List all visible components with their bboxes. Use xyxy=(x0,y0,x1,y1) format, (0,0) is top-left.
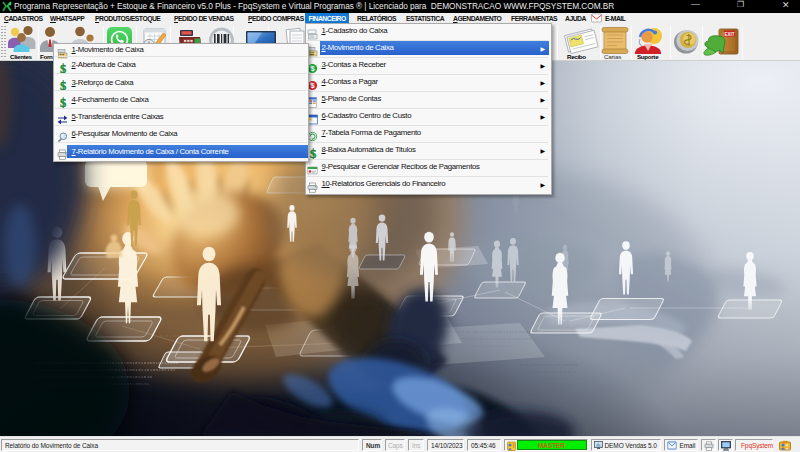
svg-text:101101001011010010: 101101001011010010 xyxy=(524,370,577,374)
svg-text:$: $ xyxy=(59,62,65,74)
svg-text:0101101001011010: 0101101001011010 xyxy=(520,377,567,381)
svg-text:$: $ xyxy=(59,79,65,91)
svg-text:EXIT: EXIT xyxy=(724,32,734,37)
svg-text:$: $ xyxy=(59,96,65,108)
svg-text:$: $ xyxy=(310,147,316,159)
svg-text:01011010010110100101: 01011010010110100101 xyxy=(520,363,578,367)
